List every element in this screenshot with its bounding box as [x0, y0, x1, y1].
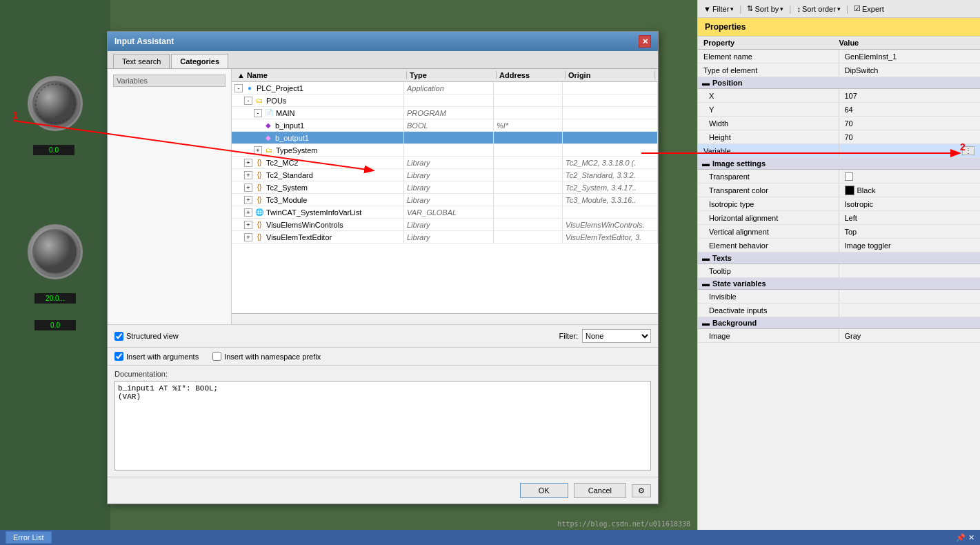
documentation-textarea[interactable] — [114, 381, 651, 470]
lib-icon-visuted: {} — [254, 232, 264, 242]
documentation-area: Documentation: — [108, 365, 658, 477]
tree-row-visuwin[interactable]: + {} VisuElemsWinControls Library VisuEl… — [232, 219, 658, 231]
structured-view: Structured view — [114, 332, 179, 341]
expand-pous[interactable]: - — [244, 97, 252, 105]
globe-icon: 🌐 — [254, 208, 264, 217]
filter-dropdown[interactable]: None Input Output InOut — [582, 329, 651, 343]
variables-label: Variables — [113, 75, 226, 87]
ok-button[interactable]: OK — [520, 483, 568, 498]
filter-row: Filter: None Input Output InOut — [559, 329, 652, 343]
tab-text-search[interactable]: Text search — [113, 54, 170, 68]
horiz-scrollbar[interactable] — [232, 313, 658, 324]
tree-header: ▲ Name Type Address Origin — [232, 69, 658, 82]
dialog-overlay: Input Assistant ✕ Text search Categories… — [0, 0, 980, 545]
tree-row-tc2mc2[interactable]: + {} Tc2_MC2 Library Tc2_MC2, 3.3.18.0 (… — [232, 157, 658, 169]
close-bottom-icon[interactable]: ✕ — [968, 533, 974, 542]
tree-row-sysinfo[interactable]: + 🌐 TwinCAT_SystemInfoVarList VAR_GLOBAL — [232, 206, 658, 219]
expand-tc2sys[interactable]: + — [244, 184, 252, 192]
folder-icon-2: 🗂 — [264, 146, 274, 155]
lib-icon-visuwin: {} — [254, 220, 264, 230]
dialog-close-btn[interactable]: ✕ — [639, 35, 651, 48]
dialog-title-text: Input Assistant — [114, 37, 174, 46]
tree-row-boutput1[interactable]: ◆ b_output1 — [232, 132, 658, 144]
expand-tc2std[interactable]: + — [244, 171, 252, 179]
expand-sysinfo[interactable]: + — [244, 208, 252, 217]
expand-visuwin[interactable]: + — [244, 221, 252, 229]
filter-label-2: Filter: — [559, 332, 579, 340]
pin-icon[interactable]: 📌 — [956, 533, 966, 542]
bottom-icons: 📌 ✕ — [956, 533, 974, 542]
tab-categories[interactable]: Categories — [171, 54, 228, 68]
lib-icon-tc3mod: {} — [254, 195, 264, 205]
settings-icon-button[interactable]: ⚙ — [632, 484, 651, 497]
tree-row-tc2standard[interactable]: + {} Tc2_Standard Library Tc2_Standard, … — [232, 169, 658, 181]
tree-row-pous[interactable]: - 🗂 POUs — [232, 95, 658, 107]
dialog-checkboxes: Insert with arguments Insert with namesp… — [108, 347, 658, 365]
col-name[interactable]: ▲ Name — [234, 71, 407, 79]
error-list-tab[interactable]: Error List — [6, 531, 52, 544]
expand-tc2mc2[interactable]: + — [244, 159, 252, 167]
structured-view-checkbox[interactable] — [114, 332, 123, 341]
insert-namespace-checkbox-item: Insert with namespace prefix — [212, 352, 321, 361]
expand-plc[interactable]: - — [234, 84, 243, 92]
var-icon-output: ◆ — [263, 133, 273, 143]
dialog-buttons: OK Cancel ⚙ — [108, 477, 658, 504]
url-text: https://blog.csdn.net/u011618338 — [557, 520, 690, 528]
col-type[interactable]: Type — [407, 71, 497, 79]
dialog-tabs: Text search Categories — [108, 51, 658, 69]
tree-scroll-area[interactable]: - ● PLC_Project1 Application - � — [232, 82, 658, 313]
tree-row-plc[interactable]: - ● PLC_Project1 Application — [232, 82, 658, 95]
dialog-body: Variables ▲ Name Type Address — [108, 69, 658, 324]
var-icon-input: ◆ — [263, 121, 273, 130]
folder-icon: 🗂 — [254, 96, 264, 106]
tree-row-binput1[interactable]: ◆ b_input1 BOOL %I* — [232, 119, 658, 132]
tree-row-visutexteditor[interactable]: + {} VisuElemTextEditor Library VisuElem… — [232, 231, 658, 244]
expand-tc3mod[interactable]: + — [244, 196, 252, 204]
lib-icon-mc2: {} — [254, 158, 264, 168]
col-address[interactable]: Address — [497, 71, 566, 79]
input-assistant-dialog[interactable]: Input Assistant ✕ Text search Categories… — [107, 31, 659, 504]
insert-namespace-checkbox[interactable] — [212, 352, 221, 361]
settings-icon: ⚙ — [638, 486, 645, 495]
dialog-tree-area: ▲ Name Type Address Origin — [232, 69, 658, 324]
dialog-bottom-filter-bar: Structured view Filter: None Input Outpu… — [108, 324, 658, 347]
col-origin[interactable]: Origin — [566, 71, 655, 79]
expand-typesystem[interactable]: + — [254, 146, 262, 155]
dialog-titlebar: Input Assistant ✕ — [108, 32, 658, 51]
bottom-bar: Error List 📌 ✕ — [0, 530, 980, 545]
lib-icon-std: {} — [254, 170, 264, 180]
cancel-button[interactable]: Cancel — [574, 483, 626, 498]
plc-icon: ● — [245, 83, 254, 93]
tree-row-typesystem[interactable]: + 🗂 TypeSystem — [232, 144, 658, 157]
dialog-left-panel: Variables — [108, 69, 232, 324]
expand-visutexteditor[interactable]: + — [244, 233, 252, 241]
tree-row-tc3module[interactable]: + {} Tc3_Module Library Tc3_Module, 3.3.… — [232, 194, 658, 206]
prog-icon: 📄 — [264, 108, 274, 118]
expand-main[interactable]: - — [254, 109, 262, 117]
insert-args-checkbox-item: Insert with arguments — [114, 352, 199, 361]
lib-icon-sys: {} — [254, 183, 264, 192]
documentation-label: Documentation: — [114, 370, 651, 378]
insert-args-checkbox[interactable] — [114, 352, 123, 361]
tree-row-main[interactable]: - 📄 MAIN PROGRAM — [232, 107, 658, 119]
tree-row-tc2system[interactable]: + {} Tc2_System Library Tc2_System, 3.4.… — [232, 181, 658, 194]
